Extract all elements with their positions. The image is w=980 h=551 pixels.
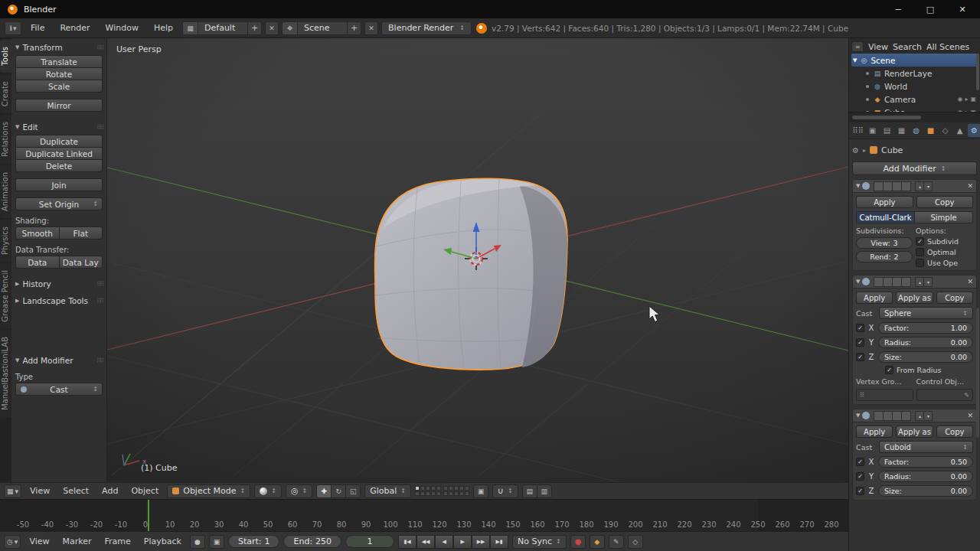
editor-type-outliner-icon[interactable]: ≡ xyxy=(851,41,864,52)
translate-manipulator-icon[interactable]: ✚ xyxy=(316,484,332,498)
jump-start-button[interactable]: ▮◀ xyxy=(398,535,416,549)
shelf-tab-animation[interactable]: Animation xyxy=(0,165,11,218)
y-enabled-checkbox[interactable]: ✓ xyxy=(856,472,864,481)
shelf-tab-relations[interactable]: Relations xyxy=(0,115,11,164)
layer-dot[interactable] xyxy=(459,486,464,491)
menu-view[interactable]: View xyxy=(25,486,54,496)
layer-dot[interactable] xyxy=(465,491,469,496)
selectable-icon[interactable]: ▸ xyxy=(965,96,968,103)
horizontal-scrollbar[interactable] xyxy=(852,116,921,119)
z-enabled-checkbox[interactable]: ✓ xyxy=(856,487,864,495)
layer-dot[interactable] xyxy=(443,486,448,491)
timeline-ruler[interactable]: -50-40-30-20-100102030405060708090100110… xyxy=(0,499,848,531)
menu-frame[interactable]: Frame xyxy=(100,536,136,546)
menu-timeline-view[interactable]: View xyxy=(24,536,54,546)
layer-dot[interactable] xyxy=(431,491,436,496)
outliner-row-camera[interactable]: ◆ Camera ◉ ▸ ▣ xyxy=(851,93,978,106)
outliner-row-cube[interactable]: ■ Cube ◉ ▸ ▣ xyxy=(851,106,978,112)
viewport-canvas[interactable]: x xyxy=(107,38,848,482)
outliner-scrollbar[interactable] xyxy=(976,54,979,90)
mode-dropdown[interactable]: Object Mode ↕ xyxy=(167,484,250,498)
outliner-menu-search[interactable]: Search xyxy=(893,42,922,52)
panel-grip-icon[interactable]: ⠿⠿ xyxy=(96,298,103,305)
tab-world[interactable]: ◍ xyxy=(910,124,923,137)
sync-dropdown[interactable]: No Sync ↕ xyxy=(512,535,567,549)
properties-scrollbar[interactable] xyxy=(976,308,979,438)
editor-type-3dview-icon[interactable]: ▦▾ xyxy=(4,484,21,498)
render-subdivisions-field[interactable]: Rend: 2 xyxy=(856,251,913,262)
x-enabled-checkbox[interactable]: ✓ xyxy=(856,324,864,332)
tab-render-layers[interactable]: ▤ xyxy=(880,124,893,137)
close-button[interactable]: ✕ xyxy=(957,5,968,15)
end-frame-field[interactable]: End: 250 xyxy=(283,535,341,548)
shelf-tab-grease-pencil[interactable]: Grease Pencil xyxy=(0,263,11,329)
prev-keyframe-button[interactable]: ◀◀ xyxy=(416,535,435,549)
lock-time-icon[interactable]: ▣ xyxy=(209,535,224,549)
viewport-shading-dropdown[interactable]: ↕ xyxy=(254,484,282,498)
snap-dropdown[interactable]: ∪ ↕ xyxy=(492,484,518,498)
layer-dot[interactable] xyxy=(449,486,453,491)
start-frame-field[interactable]: Start: 1 xyxy=(228,535,280,548)
modifier-header[interactable]: ▼ ▴ ▾ ✕ xyxy=(853,180,976,193)
scene-selector[interactable]: ❖ Scene + xyxy=(282,21,361,35)
tab-object[interactable]: ■ xyxy=(924,124,937,137)
layer-dot[interactable] xyxy=(420,486,425,491)
apply-button[interactable]: Apply xyxy=(856,292,893,304)
data-button[interactable]: Data xyxy=(15,256,60,269)
tab-object-data[interactable]: ▲ xyxy=(953,124,966,137)
render-opengl-image-icon[interactable]: ▤ xyxy=(522,484,537,498)
transform-panel-header[interactable]: ▼ Transform ⠿⠿ xyxy=(15,41,103,54)
menu-object[interactable]: Object xyxy=(126,486,163,496)
mirror-button[interactable]: Mirror xyxy=(15,99,103,112)
set-origin-dropdown[interactable]: Set Origin ↕ xyxy=(15,197,103,210)
duplicate-linked-button[interactable]: Duplicate Linked xyxy=(15,147,103,160)
size-field[interactable]: Size: 0.00 xyxy=(878,351,973,363)
scale-manipulator-icon[interactable]: ◱ xyxy=(345,484,361,498)
layer-dot[interactable] xyxy=(431,486,436,491)
edit-panel-header[interactable]: ▼ Edit ⠿⠿ xyxy=(15,121,103,133)
outliner-row-scene[interactable]: ▼ ◎ Scene xyxy=(851,54,978,67)
simple-button[interactable]: Simple xyxy=(914,211,973,223)
from-radius-checkbox[interactable]: ✓ From Radius xyxy=(885,366,973,374)
x-enabled-checkbox[interactable]: ✓ xyxy=(856,458,864,466)
pivot-point-dropdown[interactable]: ◎ ↕ xyxy=(286,484,312,498)
apply-button[interactable]: Apply xyxy=(856,425,893,438)
jump-end-button[interactable]: ▶▮ xyxy=(490,535,508,549)
insert-keyframe-icon[interactable]: ✎ xyxy=(609,535,624,549)
outliner-display-mode[interactable]: All Scenes xyxy=(926,42,969,52)
maximize-button[interactable]: □ xyxy=(925,5,936,15)
layer-dot[interactable] xyxy=(436,486,441,491)
layer-dot[interactable] xyxy=(454,491,459,496)
tab-scene[interactable]: ▦ xyxy=(895,124,908,137)
use-opensubdiv-checkbox[interactable]: Use Ope xyxy=(916,259,973,267)
add-layout-button[interactable]: + xyxy=(247,22,261,34)
minimize-button[interactable]: ─ xyxy=(893,5,903,15)
vertex-group-field[interactable]: ⠿ xyxy=(856,389,913,401)
panel-grip-icon[interactable]: ⠿⠿ xyxy=(96,124,103,131)
duplicate-button[interactable]: Duplicate xyxy=(15,135,103,148)
move-down-icon[interactable]: ▾ xyxy=(923,411,933,421)
menu-render[interactable]: Render xyxy=(54,23,96,33)
editor-type-timeline-icon[interactable]: ◷▾ xyxy=(4,535,21,549)
cast-type-dropdown[interactable]: Sphere ↕ xyxy=(879,307,973,319)
menu-help[interactable]: Help xyxy=(148,23,179,33)
shelf-tab-tools[interactable]: Tools xyxy=(0,40,11,73)
menu-playback[interactable]: Playback xyxy=(139,536,186,546)
apply-as-button[interactable]: Apply as xyxy=(896,292,933,304)
rotate-button[interactable]: Rotate xyxy=(15,67,103,80)
add-modifier-panel-header[interactable]: ▼ Add Modifier ⠿⠿ xyxy=(15,354,103,367)
visibility-eye-icon[interactable]: ◉ xyxy=(957,96,962,103)
tab-modifiers[interactable]: ⚙ xyxy=(968,124,980,137)
move-down-icon[interactable]: ▾ xyxy=(923,181,933,191)
move-down-icon[interactable]: ▾ xyxy=(923,277,933,287)
keying-set-icon[interactable]: ◆ xyxy=(590,535,605,549)
menu-add[interactable]: Add xyxy=(97,486,122,496)
add-modifier-dropdown[interactable]: Add Modifier ↕ xyxy=(852,161,977,175)
cage-toggle-icon[interactable] xyxy=(901,411,911,421)
control-object-field[interactable]: ✎ xyxy=(916,389,974,401)
add-scene-button[interactable]: + xyxy=(347,22,361,34)
layer-dot[interactable] xyxy=(443,491,448,496)
copy-button[interactable]: Copy xyxy=(936,292,973,304)
y-enabled-checkbox[interactable]: ✓ xyxy=(856,338,864,347)
renderable-icon[interactable]: ▣ xyxy=(970,96,976,103)
